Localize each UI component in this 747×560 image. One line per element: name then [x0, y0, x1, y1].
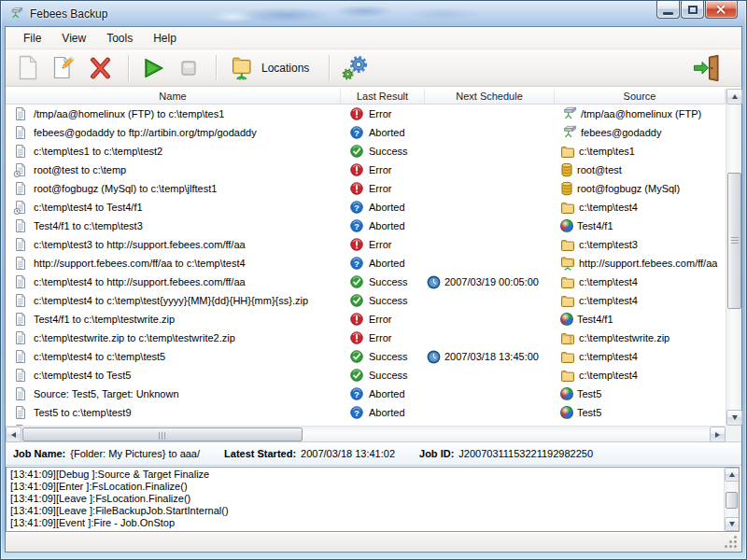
result-text: Error — [369, 164, 391, 175]
job-name-text: Test5 to c:\temp\test9 — [34, 407, 132, 418]
document-icon — [13, 386, 28, 401]
delete-job-button[interactable] — [85, 53, 116, 83]
maximize-button[interactable] — [681, 1, 704, 19]
table-row[interactable]: root@fogbugz (MySql) to c:\temp\jlftest1… — [6, 179, 741, 198]
schedule-text: 2007/03/19 00:05:00 — [444, 276, 539, 287]
job-name-text: Test4/f1 to c:\temp\test3 — [34, 220, 143, 231]
table-row[interactable]: Test4/f1 to c:\temp\test3?AbortedTest4/f… — [6, 217, 741, 235]
column-header-name[interactable]: Name — [6, 89, 341, 104]
column-header-last-result[interactable]: Last Result — [341, 89, 425, 104]
table-row[interactable]: febees@godaddy to ftp://artibin.org/tmp/… — [6, 123, 741, 142]
cell-name: root@test to c:\temp — [6, 161, 341, 179]
cell-source: c:\temp\test3 — [555, 235, 726, 254]
scroll-up-button[interactable] — [726, 89, 742, 105]
scroll-left-button[interactable] — [6, 427, 21, 442]
table-row[interactable]: c:\temp\tes1 to c:\temp\test2Successc:\t… — [6, 142, 741, 161]
table-row[interactable]: c:\temp\test4 to c:\temp\test{yyyy}{MM}{… — [6, 291, 741, 310]
folder-icon — [560, 144, 575, 159]
table-row[interactable]: c:\temp\test4 to Test5Successc:\temp\tes… — [6, 366, 741, 385]
log-scroll-up-button[interactable] — [725, 468, 740, 482]
table-row[interactable]: http://support.febees.com/ff/aa to c:\te… — [6, 254, 741, 273]
stop-square-icon — [177, 57, 200, 79]
cell-last-result: Error — [341, 235, 425, 254]
folder-icon — [560, 200, 575, 215]
document-icon — [13, 218, 28, 233]
table-row[interactable]: c:\temp\testwrite.zip to c:\temp\testwri… — [6, 329, 741, 347]
job-name-value: {Folder: My Pictures} to aaa/ — [70, 448, 200, 459]
cell-next-schedule — [425, 217, 555, 235]
vertical-scrollbar-thumb[interactable] — [727, 173, 741, 309]
menu-help[interactable]: Help — [143, 29, 187, 48]
table-row[interactable]: Test5 to c:\temp\test9?AbortedTest5 — [6, 403, 741, 422]
new-job-button[interactable] — [13, 52, 43, 83]
horizontal-scrollbar[interactable] — [6, 426, 726, 441]
document-icon — [13, 274, 28, 289]
table-row[interactable]: root@test to c:\tempErrorroot@test — [6, 161, 741, 179]
titlebar[interactable]: Febees Backup — [5, 1, 742, 26]
log-line: [13:41:09][Enter ]:FsLocation.Finalize() — [10, 481, 720, 493]
table-row[interactable]: c:\temp\test4 to http://support.febees.c… — [6, 273, 741, 291]
scroll-down-button[interactable] — [726, 410, 742, 426]
result-text: Aborted — [369, 388, 405, 399]
delete-x-icon — [89, 56, 112, 80]
table-row[interactable]: Test4/f1 to c:\temp\testwrite.zipErrorTe… — [6, 310, 741, 329]
scroll-right-button[interactable] — [710, 427, 726, 442]
close-icon — [715, 4, 727, 16]
window-controls — [656, 1, 738, 19]
menu-file[interactable]: File — [13, 29, 51, 48]
cell-source: Test4/f1 — [555, 310, 726, 329]
job-name-text: c:\temp\test4 to c:\temp\test5 — [34, 351, 165, 362]
cell-source: Test4/f1 — [555, 217, 726, 235]
result-text: Aborted — [369, 202, 405, 213]
table-row[interactable]: Source: Test5, Target: Unknown?AbortedTe… — [6, 385, 741, 403]
document-icon — [13, 256, 28, 271]
list-header: NameLast ResultNext ScheduleSource — [6, 89, 741, 105]
vertical-scrollbar[interactable] — [726, 89, 741, 426]
start-job-button[interactable] — [136, 53, 169, 83]
result-text: Success — [369, 351, 408, 362]
result-text: Aborted — [369, 258, 405, 269]
column-header-source[interactable]: Source — [555, 89, 726, 104]
exit-button[interactable] — [688, 51, 726, 85]
source-text: c:\temp\testwrite.zip — [579, 332, 669, 343]
arrow-up-icon — [732, 94, 738, 99]
error-icon — [350, 331, 363, 344]
window-title: Febees Backup — [30, 7, 107, 21]
stop-job-button[interactable] — [174, 54, 204, 82]
horizontal-scrollbar-thumb[interactable] — [22, 427, 303, 441]
column-header-next-schedule[interactable]: Next Schedule — [425, 89, 555, 104]
table-row[interactable]: c:\temp\test3 to http://support.febees.c… — [6, 235, 741, 254]
table-row[interactable]: c:\temp\test4 to c:\temp\test5Success200… — [6, 347, 741, 366]
job-name-text: c:\temp\test4 to Test5 — [34, 370, 131, 381]
log-output[interactable]: [13:41:09][Debug ]:Source & Target Final… — [6, 467, 740, 532]
cell-name: /tmp/aa@homelinux (FTP) to c:\temp\tes1 — [6, 105, 341, 123]
zip-folder-icon — [560, 330, 575, 345]
resize-grip[interactable] — [725, 535, 738, 548]
table-row[interactable]: /tmp/aa@homelinux (FTP) to c:\temp\tes1E… — [6, 105, 741, 123]
menu-view[interactable]: View — [51, 29, 96, 48]
close-button[interactable] — [705, 1, 738, 19]
log-line: [13:41:09][Leave ]:FsLocation.Finalize() — [10, 493, 720, 505]
maximize-icon — [688, 6, 698, 14]
clock-icon — [427, 275, 441, 289]
source-text: Test4/f1 — [577, 220, 613, 231]
toolbar-separator — [329, 55, 330, 81]
document-clock-icon — [13, 162, 28, 177]
svg-text:?: ? — [354, 128, 359, 138]
menu-tools[interactable]: Tools — [96, 29, 143, 48]
locations-button[interactable]: Locations — [224, 51, 317, 85]
job-name-text: /tmp/aa@homelinux (FTP) to c:\temp\tes1 — [34, 108, 224, 119]
log-scrollbar[interactable] — [724, 468, 739, 531]
log-line: [13:41:09][Event ]:Fire - Job.OnStop — [10, 517, 720, 529]
options-button[interactable] — [337, 51, 374, 84]
table-row[interactable]: c:\temp\test4 to Test4/f1?Abortedc:\temp… — [6, 198, 741, 217]
log-scrollbar-thumb[interactable] — [726, 492, 738, 509]
cell-last-result: Error — [341, 310, 425, 329]
minimize-button[interactable] — [656, 1, 680, 19]
cell-next-schedule — [425, 142, 555, 161]
log-scroll-down-button[interactable] — [725, 517, 740, 531]
start-play-icon — [140, 56, 165, 80]
cell-last-result: ?Aborted — [341, 198, 425, 217]
edit-job-button[interactable] — [48, 52, 80, 83]
cell-last-result: Success — [341, 273, 425, 291]
